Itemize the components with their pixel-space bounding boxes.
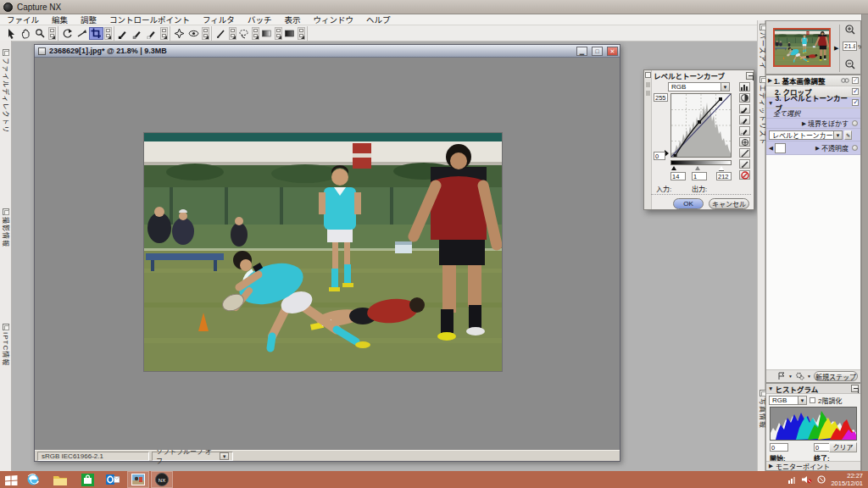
watch-start-field[interactable] [770,443,788,452]
dialog-titlebar[interactable]: レベルとトーンカーブ [652,70,755,80]
minimize-button[interactable]: ▁ [576,47,587,56]
white-control-point-tool[interactable] [145,27,159,40]
expand-arrow-icon[interactable]: ▼ [768,100,773,106]
image-window-titlebar[interactable]: 2368629[1].jpg* @ 21.8% | 9.3MB ▁ □ ✕ [35,45,620,58]
input-white-field[interactable] [716,172,732,180]
menu-help[interactable]: ヘルプ [366,14,391,25]
menu-file[interactable]: ファイル [7,14,39,25]
collapse-arrow-icon[interactable]: ▶ [768,77,772,84]
adjustment-select[interactable]: レベルとトーンカーブ ▼ [769,130,843,140]
feather-toggle[interactable] [852,120,858,126]
fill-gradient-flyout[interactable] [298,27,305,40]
adjustment-dropdown-icon[interactable]: ▼ [833,130,843,140]
zoom-tool[interactable] [33,27,47,40]
set-white-point-eyedropper[interactable] [739,126,750,136]
file-explorer-icon[interactable] [49,471,71,488]
photos-app-icon[interactable] [127,471,149,488]
select-tools-flyout[interactable] [48,27,56,40]
new-step-button[interactable]: 新規ステップ [814,371,858,381]
brush-tools-flyout[interactable] [229,27,236,40]
red-eye-control-point-tool[interactable] [186,27,201,40]
expand-palette-icon[interactable] [851,385,859,392]
birdseye-expand-icon[interactable]: ▶ [834,45,838,52]
tab-camera-info[interactable]: 撮影情報 [1,208,11,247]
straighten-tool[interactable] [75,27,89,40]
input-black-field[interactable] [670,172,686,180]
image-canvas[interactable] [35,58,620,450]
sampler-tools-flyout[interactable] [160,27,168,40]
black-control-point-tool[interactable] [116,27,131,40]
start-button[interactable] [0,471,22,488]
clear-button[interactable]: クリア [829,442,857,452]
neutral-control-point-tool[interactable] [131,27,145,40]
control-point-tools-flyout[interactable] [202,27,209,40]
rotate-tool[interactable] [60,27,75,40]
step-2-checkbox[interactable] [852,88,859,95]
lasso-tools-flyout[interactable] [252,27,259,40]
menu-view[interactable]: 表示 [284,14,300,25]
tab-file-directory[interactable]: ファイルディレクトリ [1,49,11,133]
menu-window[interactable]: ウィンドウ [313,14,353,25]
white-point-slider[interactable] [719,166,724,170]
fill-gradient-tool[interactable] [282,27,297,40]
monitor-points-arrow-icon[interactable]: ▶ [769,463,773,469]
step-1-checkbox[interactable] [852,77,859,84]
hand-tool[interactable] [19,27,33,40]
adjustment-settings-icon[interactable]: ✎ [844,130,852,140]
network-icon[interactable] [788,475,797,484]
output-white-field[interactable] [654,93,668,102]
histogram-channel-select[interactable]: RGB ▼ [769,396,807,405]
histogram-channel-dropdown-icon[interactable]: ▼ [798,396,807,405]
curve-histogram-area[interactable] [670,93,732,158]
menu-batch[interactable]: バッチ [248,14,272,25]
cancel-button[interactable]: キャンセル [709,198,749,209]
expand-dialog-icon[interactable] [746,72,754,80]
soft-proof-status[interactable]: ソフトプルーフ オフ▼ [152,452,233,461]
outlook-icon[interactable] [102,471,124,488]
batch-dropdown-icon[interactable]: ▼ [807,374,811,379]
transform-tools-flyout[interactable] [104,27,112,40]
channel-select[interactable]: RGB ▼ [668,82,730,92]
midpoint-slider[interactable] [695,166,700,170]
brush-tool[interactable] [214,27,228,40]
zoom-in-icon[interactable] [844,24,856,36]
lasso-tool[interactable] [236,27,251,40]
capture-nx-taskbar-icon[interactable]: NX [151,471,173,488]
output-black-field[interactable] [654,152,665,160]
direct-select-tool[interactable] [4,27,19,40]
edit-step-1[interactable]: ▶ 1. 基本画像調整 [766,75,860,86]
black-point-slider[interactable] [671,166,676,170]
tab-iptc-info[interactable]: IPTC情報 [1,324,11,366]
soft-proof-dropdown-icon[interactable]: ▼ [220,452,229,460]
birdseye-thumbnail[interactable] [773,28,831,67]
menu-filter[interactable]: フィルタ [203,14,235,25]
batch-gear-icon[interactable] [795,372,804,380]
color-control-point-tool[interactable] [172,27,186,40]
linear-gradient-tool[interactable] [259,27,274,40]
menu-adjust[interactable]: 調整 [81,14,97,25]
feather-arrow-icon[interactable]: ▶ [802,120,806,127]
set-neutral-point-eyedropper[interactable] [739,115,750,125]
feather-row[interactable]: ▶ 境界をぼかす [766,119,860,129]
version-flag-icon[interactable] [777,372,786,380]
draw-curve-button[interactable] [739,159,750,169]
disable-step-icon[interactable] [739,170,750,180]
store-icon[interactable] [76,471,98,488]
reset-curve-button[interactable] [739,148,750,158]
channel-dropdown-icon[interactable]: ▼ [721,82,730,92]
gamma-field[interactable] [692,172,707,180]
version-back-icon[interactable]: ◀ [769,145,773,152]
menu-control-points[interactable]: コントロールポイント [109,14,190,25]
edit-step-3[interactable]: ▼ 3. レベルとトーンカーブ [766,97,860,108]
histogram-collapse-icon[interactable]: ▼ [768,385,773,391]
zoom-percent-field[interactable] [843,42,857,51]
volume-muted-icon[interactable] [802,475,812,484]
opacity-toggle[interactable] [852,145,858,151]
close-button[interactable]: ✕ [607,47,618,56]
taskbar-clock[interactable]: 22:27 2015/12/01 [831,472,863,487]
auto-contrast-button[interactable] [739,93,750,103]
monitor-points-row[interactable]: ▶ モニターポイント [766,461,860,470]
set-black-point-eyedropper[interactable] [739,104,750,114]
zoom-out-icon[interactable] [844,58,856,70]
add-anchor-point-button[interactable] [739,137,750,147]
